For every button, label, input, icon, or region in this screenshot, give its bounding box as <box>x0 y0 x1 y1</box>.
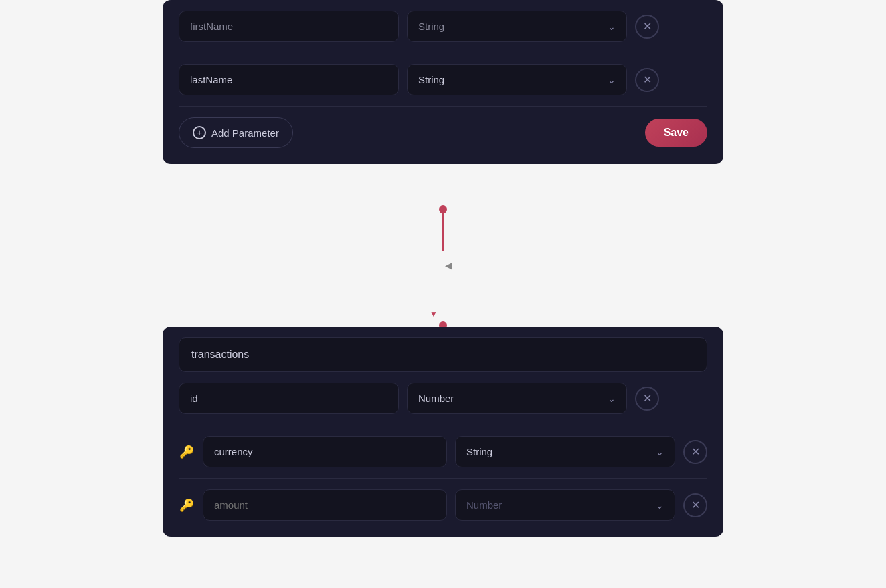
chevron-down-icon: ⌄ <box>608 393 616 404</box>
currency-input[interactable] <box>203 436 447 467</box>
currency-row: 🔑 String ⌄ ✕ <box>179 436 707 467</box>
row-divider <box>179 53 707 53</box>
lastname-type-select[interactable]: String ⌄ <box>407 64 627 95</box>
save-button[interactable]: Save <box>645 119 707 147</box>
close-icon: ✕ <box>643 73 652 86</box>
connector-line <box>442 209 444 251</box>
lastname-input[interactable] <box>179 64 399 95</box>
lastname-row: String ⌄ ✕ <box>179 64 707 95</box>
amount-type-select[interactable]: Number ⌄ <box>455 489 675 521</box>
currency-remove-button[interactable]: ✕ <box>683 440 707 464</box>
add-parameter-button[interactable]: + Add Parameter <box>179 117 293 148</box>
firstname-input[interactable] <box>179 11 399 42</box>
currency-type-select[interactable]: String ⌄ <box>455 436 675 467</box>
bottom-card: Number ⌄ ✕ 🔑 String ⌄ ✕ 🔑 <box>163 327 723 537</box>
amount-remove-button[interactable]: ✕ <box>683 493 707 517</box>
firstname-type-select[interactable]: String ⌄ <box>407 11 627 42</box>
amount-input[interactable] <box>203 489 447 521</box>
id-remove-button[interactable]: ✕ <box>635 387 659 411</box>
plus-circle-icon: + <box>193 126 206 139</box>
id-row: Number ⌄ ✕ <box>179 383 707 414</box>
close-icon: ✕ <box>691 499 700 511</box>
chevron-down-icon: ⌄ <box>656 447 664 457</box>
chevron-down-icon: ⌄ <box>656 500 664 511</box>
action-divider <box>179 106 707 107</box>
action-row: + Add Parameter Save <box>179 117 707 148</box>
row-divider-2 <box>179 425 707 425</box>
id-type-select[interactable]: Number ⌄ <box>407 383 627 414</box>
chevron-down-icon: ⌄ <box>608 75 616 85</box>
close-icon: ✕ <box>691 445 700 458</box>
row-divider-3 <box>179 478 707 479</box>
lastname-remove-button[interactable]: ✕ <box>635 68 659 92</box>
table-title-input[interactable] <box>179 337 707 372</box>
side-arrow-icon: ◀ <box>445 260 452 271</box>
chevron-down-icon: ⌄ <box>608 21 616 32</box>
top-card: String ⌄ ✕ String ⌄ ✕ + Add Parameter <box>163 0 723 164</box>
id-input[interactable] <box>179 383 399 414</box>
close-icon: ✕ <box>643 392 652 405</box>
arrow-down-icon: ▼ <box>430 309 438 319</box>
close-icon: ✕ <box>643 20 652 33</box>
key-icon: 🔑 <box>179 445 195 459</box>
firstname-remove-button[interactable]: ✕ <box>635 15 659 39</box>
amount-row: 🔑 Number ⌄ ✕ <box>179 489 707 521</box>
key-icon-amount: 🔑 <box>179 498 195 513</box>
firstname-row: String ⌄ ✕ <box>179 11 707 42</box>
